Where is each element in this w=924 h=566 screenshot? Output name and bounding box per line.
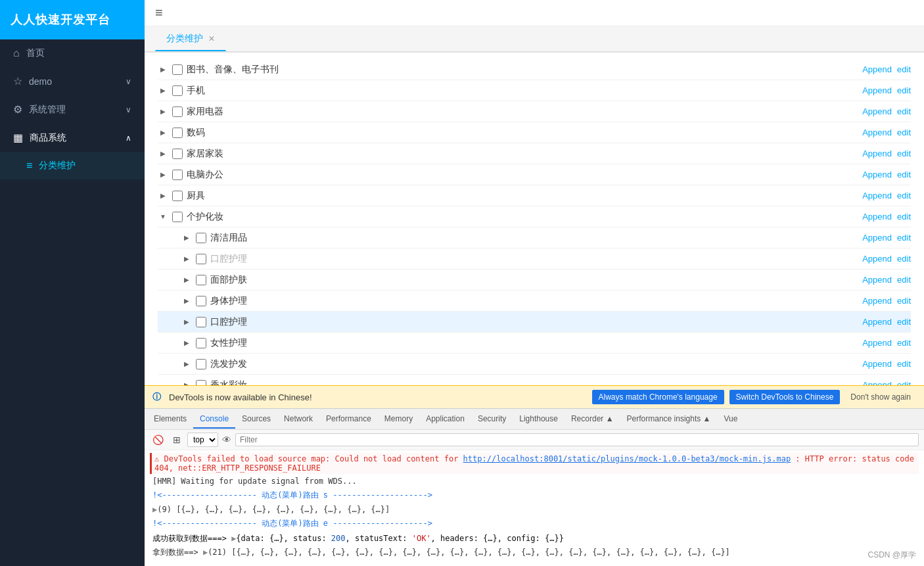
edit-action[interactable]: edit	[897, 191, 911, 200]
append-action[interactable]: Append	[862, 149, 892, 158]
tree-row: ▶ 家居家装 Append edit	[158, 143, 911, 164]
content-area: ▶ 图书、音像、电子书刊 Append edit ▶ 手机	[145, 53, 924, 385]
tree-row: ▶ 手机 Append edit	[158, 80, 911, 101]
append-action[interactable]: Append	[862, 170, 892, 179]
expand-btn[interactable]: ▼	[158, 212, 168, 222]
append-action[interactable]: Append	[862, 254, 892, 264]
devtools-console[interactable]: ⚠ DevTools failed to load source map: Co…	[145, 450, 924, 566]
sidebar-item-system[interactable]: ⚙ 系统管理 ∨	[0, 95, 145, 124]
sidebar-item-goods[interactable]: ▦ 商品系统 ∧	[0, 124, 145, 152]
append-action[interactable]: Append	[862, 359, 892, 369]
append-action[interactable]: Append	[862, 380, 892, 385]
edit-action[interactable]: edit	[897, 338, 911, 348]
row-checkbox[interactable]	[196, 359, 206, 369]
tab-sources[interactable]: Sources	[235, 410, 277, 429]
tab-performance[interactable]: Performance	[319, 410, 378, 429]
expand-btn[interactable]: ▶	[181, 275, 192, 285]
row-checkbox[interactable]	[196, 317, 206, 327]
row-checkbox[interactable]	[172, 170, 183, 180]
append-action[interactable]: Append	[862, 275, 892, 285]
sidebar-item-category[interactable]: ≡ 分类维护	[0, 152, 145, 179]
tab-recorder[interactable]: Recorder ▲	[565, 410, 620, 429]
edit-action[interactable]: edit	[897, 380, 911, 385]
tab-application[interactable]: Application	[419, 410, 471, 429]
expand-btn[interactable]: ▶	[158, 85, 168, 96]
edit-action[interactable]: edit	[897, 128, 911, 137]
expand-btn[interactable]: ⊞	[170, 433, 183, 446]
edit-action[interactable]: edit	[897, 64, 911, 74]
tab-security[interactable]: Security	[471, 410, 513, 429]
edit-action[interactable]: edit	[897, 212, 911, 222]
source-map-link[interactable]: http://localhost:8001/static/plugins/moc…	[463, 454, 791, 463]
tab-console[interactable]: Console	[193, 410, 235, 429]
row-checkbox[interactable]	[172, 149, 183, 159]
edit-action[interactable]: edit	[897, 296, 911, 306]
btn-dont-show[interactable]: Don't show again	[845, 390, 916, 404]
sidebar-item-demo[interactable]: ☆ demo ∨	[0, 67, 145, 95]
edit-action[interactable]: edit	[897, 317, 911, 327]
tab-perf-insights[interactable]: Performance insights ▲	[620, 410, 718, 429]
tab-category[interactable]: 分类维护 ✕	[155, 27, 226, 51]
row-checkbox[interactable]	[172, 212, 183, 222]
append-action[interactable]: Append	[862, 212, 892, 222]
append-action[interactable]: Append	[862, 296, 892, 306]
expand-btn[interactable]: ▶	[158, 106, 168, 117]
edit-action[interactable]: edit	[897, 106, 911, 116]
console-line: 成功获取到数据===> ▶{data: {…}, status: 200, st…	[150, 532, 919, 546]
append-action[interactable]: Append	[862, 191, 892, 200]
edit-action[interactable]: edit	[897, 85, 911, 95]
edit-action[interactable]: edit	[897, 170, 911, 179]
expand-btn[interactable]: ▶	[158, 191, 168, 201]
row-checkbox[interactable]	[196, 254, 206, 264]
expand-btn[interactable]: ▶	[181, 359, 192, 369]
row-checkbox[interactable]	[172, 128, 183, 138]
tab-vue[interactable]: Vue	[717, 410, 744, 429]
row-checkbox[interactable]	[196, 275, 206, 285]
expand-btn[interactable]: ▶	[181, 233, 192, 243]
clear-console-btn[interactable]: 🚫	[150, 433, 166, 446]
filter-input[interactable]	[235, 433, 919, 446]
tab-network[interactable]: Network	[277, 410, 319, 429]
tree-row: ▶ 女性护理 Append edit	[158, 333, 911, 354]
row-checkbox[interactable]	[172, 64, 183, 75]
log-level-select[interactable]: top	[187, 433, 218, 447]
append-action[interactable]: Append	[862, 106, 892, 116]
row-checkbox[interactable]	[172, 85, 183, 96]
tab-lighthouse[interactable]: Lighthouse	[513, 410, 565, 429]
row-checkbox[interactable]	[196, 233, 206, 243]
expand-btn[interactable]: ▶	[158, 170, 168, 180]
expand-btn[interactable]: ▶	[181, 380, 192, 386]
edit-action[interactable]: edit	[897, 254, 911, 264]
append-action[interactable]: Append	[862, 317, 892, 327]
edit-action[interactable]: edit	[897, 233, 911, 243]
expand-btn[interactable]: ▶	[181, 317, 192, 327]
expand-btn[interactable]: ▶	[158, 128, 168, 138]
expand-btn[interactable]: ▶	[181, 296, 192, 306]
btn-switch-chinese[interactable]: Switch DevTools to Chinese	[729, 390, 841, 404]
tab-memory[interactable]: Memory	[378, 410, 419, 429]
row-checkbox[interactable]	[196, 380, 206, 386]
append-action[interactable]: Append	[862, 85, 892, 95]
row-checkbox[interactable]	[196, 338, 206, 348]
tab-close-btn[interactable]: ✕	[208, 34, 215, 43]
visibility-btn[interactable]: 👁	[222, 435, 231, 445]
sidebar-nav: ⌂ 首页 ☆ demo ∨ ⚙ 系统管理 ∨ ▦ 商品系统	[0, 39, 145, 566]
tab-elements[interactable]: Elements	[147, 410, 193, 429]
btn-always-match[interactable]: Always match Chrome's language	[592, 390, 724, 404]
expand-btn[interactable]: ▶	[181, 338, 192, 348]
sidebar-item-home[interactable]: ⌂ 首页	[0, 39, 145, 67]
row-checkbox[interactable]	[172, 106, 183, 117]
append-action[interactable]: Append	[862, 233, 892, 243]
hamburger-btn[interactable]: ≡	[155, 5, 163, 20]
append-action[interactable]: Append	[862, 128, 892, 137]
append-action[interactable]: Append	[862, 338, 892, 348]
expand-btn[interactable]: ▶	[158, 149, 168, 159]
edit-action[interactable]: edit	[897, 149, 911, 158]
row-checkbox[interactable]	[196, 296, 206, 306]
expand-btn[interactable]: ▶	[158, 64, 168, 75]
append-action[interactable]: Append	[862, 64, 892, 74]
edit-action[interactable]: edit	[897, 359, 911, 369]
expand-btn[interactable]: ▶	[181, 254, 192, 264]
edit-action[interactable]: edit	[897, 275, 911, 285]
row-checkbox[interactable]	[172, 191, 183, 201]
